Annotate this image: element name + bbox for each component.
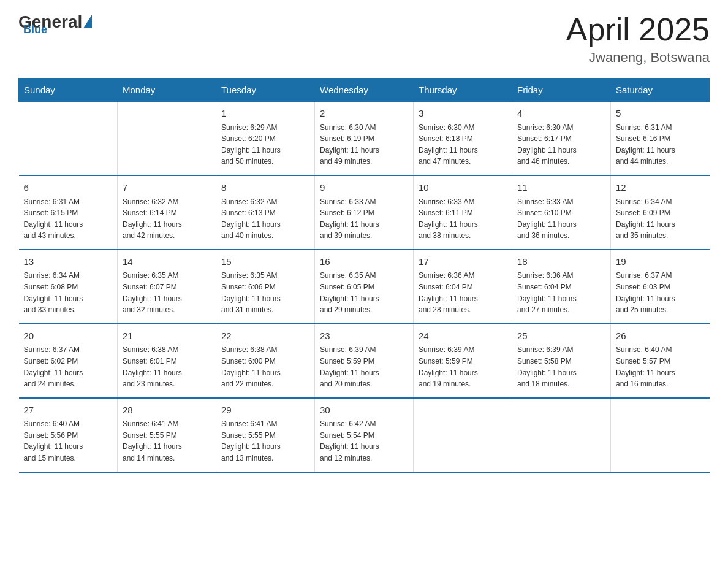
calendar-week-row: 27Sunrise: 6:40 AM Sunset: 5:56 PM Dayli… (19, 398, 710, 472)
calendar-cell (19, 102, 118, 175)
calendar-cell: 10Sunrise: 6:33 AM Sunset: 6:11 PM Dayli… (414, 175, 512, 250)
day-info: Sunrise: 6:39 AM Sunset: 5:58 PM Dayligh… (517, 344, 605, 389)
day-number: 4 (517, 107, 605, 121)
day-number: 19 (616, 255, 705, 269)
day-number: 15 (221, 255, 309, 269)
calendar-cell (118, 102, 216, 175)
day-header-sunday: Sunday (19, 79, 118, 102)
day-info: Sunrise: 6:40 AM Sunset: 5:57 PM Dayligh… (616, 344, 705, 389)
day-info: Sunrise: 6:35 AM Sunset: 6:05 PM Dayligh… (320, 270, 408, 315)
calendar-cell: 9Sunrise: 6:33 AM Sunset: 6:12 PM Daylig… (315, 175, 414, 250)
day-number: 8 (221, 181, 309, 195)
calendar-table: SundayMondayTuesdayWednesdayThursdayFrid… (18, 78, 710, 472)
calendar-cell: 27Sunrise: 6:40 AM Sunset: 5:56 PM Dayli… (19, 398, 118, 472)
calendar-cell: 28Sunrise: 6:41 AM Sunset: 5:55 PM Dayli… (118, 398, 216, 472)
calendar-cell (414, 398, 512, 472)
day-info: Sunrise: 6:37 AM Sunset: 6:03 PM Dayligh… (616, 270, 705, 315)
day-number: 30 (320, 404, 408, 418)
day-info: Sunrise: 6:36 AM Sunset: 6:04 PM Dayligh… (419, 270, 507, 315)
day-number: 21 (123, 329, 211, 343)
day-number: 11 (517, 181, 605, 195)
day-number: 5 (616, 107, 705, 121)
day-number: 20 (24, 329, 113, 343)
calendar-cell: 5Sunrise: 6:31 AM Sunset: 6:16 PM Daylig… (611, 102, 710, 175)
day-info: Sunrise: 6:36 AM Sunset: 6:04 PM Dayligh… (517, 270, 605, 315)
day-info: Sunrise: 6:35 AM Sunset: 6:06 PM Dayligh… (221, 270, 309, 315)
day-number: 23 (320, 329, 408, 343)
day-number: 6 (24, 181, 113, 195)
calendar-cell: 1Sunrise: 6:29 AM Sunset: 6:20 PM Daylig… (216, 102, 315, 175)
day-info: Sunrise: 6:39 AM Sunset: 5:59 PM Dayligh… (320, 344, 408, 389)
day-number: 27 (24, 404, 113, 418)
logo-triangle-icon (83, 15, 92, 28)
day-info: Sunrise: 6:29 AM Sunset: 6:20 PM Dayligh… (221, 122, 309, 167)
calendar-cell (611, 398, 710, 472)
day-number: 14 (123, 255, 211, 269)
calendar-cell: 11Sunrise: 6:33 AM Sunset: 6:10 PM Dayli… (512, 175, 611, 250)
day-number: 29 (221, 404, 309, 418)
day-info: Sunrise: 6:31 AM Sunset: 6:16 PM Dayligh… (616, 122, 705, 167)
calendar-header-row: SundayMondayTuesdayWednesdayThursdayFrid… (19, 79, 710, 102)
calendar-cell: 8Sunrise: 6:32 AM Sunset: 6:13 PM Daylig… (216, 175, 315, 250)
calendar-cell: 6Sunrise: 6:31 AM Sunset: 6:15 PM Daylig… (19, 175, 118, 250)
calendar-cell: 23Sunrise: 6:39 AM Sunset: 5:59 PM Dayli… (315, 324, 414, 398)
calendar-week-row: 13Sunrise: 6:34 AM Sunset: 6:08 PM Dayli… (19, 250, 710, 324)
calendar-cell: 21Sunrise: 6:38 AM Sunset: 6:01 PM Dayli… (118, 324, 216, 398)
day-number: 18 (517, 255, 605, 269)
day-number: 28 (123, 404, 211, 418)
day-info: Sunrise: 6:41 AM Sunset: 5:55 PM Dayligh… (123, 418, 211, 464)
day-number: 2 (320, 107, 408, 121)
calendar-cell: 22Sunrise: 6:38 AM Sunset: 6:00 PM Dayli… (216, 324, 315, 398)
calendar-cell: 4Sunrise: 6:30 AM Sunset: 6:17 PM Daylig… (512, 102, 611, 175)
day-info: Sunrise: 6:30 AM Sunset: 6:17 PM Dayligh… (517, 122, 605, 167)
day-info: Sunrise: 6:37 AM Sunset: 6:02 PM Dayligh… (24, 344, 113, 389)
day-header-thursday: Thursday (414, 79, 512, 102)
day-number: 1 (221, 107, 309, 121)
calendar-cell: 14Sunrise: 6:35 AM Sunset: 6:07 PM Dayli… (118, 250, 216, 324)
calendar-title: April 2025 (566, 12, 710, 47)
logo: General Blue (18, 12, 92, 36)
logo-blue-text: Blue (23, 23, 47, 36)
calendar-cell: 15Sunrise: 6:35 AM Sunset: 6:06 PM Dayli… (216, 250, 315, 324)
day-header-wednesday: Wednesday (315, 79, 414, 102)
day-info: Sunrise: 6:35 AM Sunset: 6:07 PM Dayligh… (123, 270, 211, 315)
day-info: Sunrise: 6:33 AM Sunset: 6:11 PM Dayligh… (419, 196, 507, 242)
day-number: 25 (517, 329, 605, 343)
day-info: Sunrise: 6:33 AM Sunset: 6:10 PM Dayligh… (517, 196, 605, 242)
day-info: Sunrise: 6:31 AM Sunset: 6:15 PM Dayligh… (24, 196, 113, 242)
calendar-cell: 26Sunrise: 6:40 AM Sunset: 5:57 PM Dayli… (611, 324, 710, 398)
day-number: 3 (419, 107, 507, 121)
day-number: 26 (616, 329, 705, 343)
calendar-week-row: 20Sunrise: 6:37 AM Sunset: 6:02 PM Dayli… (19, 324, 710, 398)
calendar-cell: 12Sunrise: 6:34 AM Sunset: 6:09 PM Dayli… (611, 175, 710, 250)
day-info: Sunrise: 6:30 AM Sunset: 6:19 PM Dayligh… (320, 122, 408, 167)
calendar-cell: 29Sunrise: 6:41 AM Sunset: 5:55 PM Dayli… (216, 398, 315, 472)
calendar-cell: 17Sunrise: 6:36 AM Sunset: 6:04 PM Dayli… (414, 250, 512, 324)
day-number: 16 (320, 255, 408, 269)
day-header-friday: Friday (512, 79, 611, 102)
calendar-cell: 13Sunrise: 6:34 AM Sunset: 6:08 PM Dayli… (19, 250, 118, 324)
calendar-cell: 30Sunrise: 6:42 AM Sunset: 5:54 PM Dayli… (315, 398, 414, 472)
calendar-cell: 18Sunrise: 6:36 AM Sunset: 6:04 PM Dayli… (512, 250, 611, 324)
calendar-cell: 3Sunrise: 6:30 AM Sunset: 6:18 PM Daylig… (414, 102, 512, 175)
day-info: Sunrise: 6:32 AM Sunset: 6:14 PM Dayligh… (123, 196, 211, 242)
day-info: Sunrise: 6:30 AM Sunset: 6:18 PM Dayligh… (419, 122, 507, 167)
day-number: 24 (419, 329, 507, 343)
day-number: 22 (221, 329, 309, 343)
day-header-saturday: Saturday (611, 79, 710, 102)
day-number: 17 (419, 255, 507, 269)
calendar-week-row: 1Sunrise: 6:29 AM Sunset: 6:20 PM Daylig… (19, 102, 710, 175)
day-number: 12 (616, 181, 705, 195)
day-info: Sunrise: 6:38 AM Sunset: 6:00 PM Dayligh… (221, 344, 309, 389)
calendar-cell: 2Sunrise: 6:30 AM Sunset: 6:19 PM Daylig… (315, 102, 414, 175)
day-number: 9 (320, 181, 408, 195)
page-header: General Blue April 2025 Jwaneng, Botswan… (18, 12, 710, 66)
day-info: Sunrise: 6:40 AM Sunset: 5:56 PM Dayligh… (24, 418, 113, 464)
day-info: Sunrise: 6:34 AM Sunset: 6:09 PM Dayligh… (616, 196, 705, 242)
calendar-cell (512, 398, 611, 472)
day-info: Sunrise: 6:33 AM Sunset: 6:12 PM Dayligh… (320, 196, 408, 242)
calendar-cell: 16Sunrise: 6:35 AM Sunset: 6:05 PM Dayli… (315, 250, 414, 324)
day-number: 13 (24, 255, 113, 269)
title-area: April 2025 Jwaneng, Botswana (566, 12, 710, 66)
calendar-cell: 20Sunrise: 6:37 AM Sunset: 6:02 PM Dayli… (19, 324, 118, 398)
